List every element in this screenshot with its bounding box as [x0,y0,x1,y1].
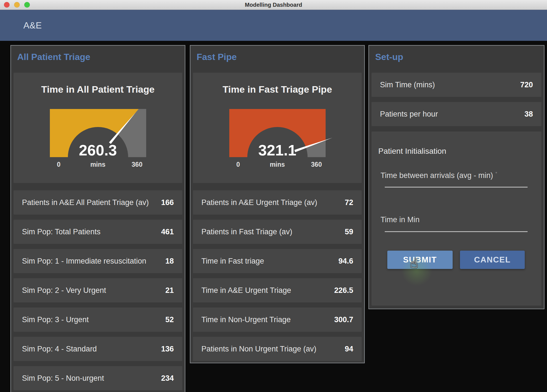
stat-value: 300.7 [334,315,353,324]
stat-label: Patients in A&E All Patient Triage (av) [22,198,149,207]
panel-all-patient-triage: All Patient Triage Time in All Patient T… [10,45,185,392]
app-title: A&E [23,20,42,31]
stat-row: Sim Pop: 3 - Urgent 52 [14,308,182,332]
stat-label: Time in Non-Urgent Triage [201,315,291,324]
stat-row: Sim Pop: 2 - Very Urgent 21 [14,278,182,302]
stat-label: Sim Pop: 4 - Standard [22,345,97,353]
patient-initialisation-section: Patient Initialisation Time between arri… [372,132,541,306]
gauge-card-fast-triage-pipe: Time in Fast Triage Pipe 321.1 0 mins 36… [193,73,362,183]
stat-value: 720 [520,81,533,89]
stat-row: Time in A&E Urgent Triage 226.5 [193,278,362,302]
stat-row: Patients in Fast Triage (av) 59 [193,220,362,244]
stat-row: Sim Pop: 4 - Standard 136 [14,337,182,361]
window-title: Modelling Dashboard [0,0,547,10]
stat-row: Time in Non-Urgent Triage 300.7 [193,308,362,332]
stat-value: 72 [345,198,353,207]
stat-value: 59 [345,228,353,236]
cancel-button[interactable]: CANCEL [460,251,525,269]
stat-label: Sim Pop: 5 - Non-urgent [22,374,104,383]
stat-label: Sim Pop: 1 - Immediate resuscitation [22,257,146,266]
gauge-chart: 321.1 0 mins 360 [229,109,326,157]
stat-value: 52 [165,315,174,324]
stat-value: 166 [161,198,174,207]
panel-title: Fast Pipe [197,52,237,62]
panel-fast-pipe: Fast Pipe Time in Fast Triage Pipe 321.1… [190,45,365,363]
panel-title: Set-up [375,52,403,62]
stat-row: Patients in Non Urgent Triage (av) 94 [193,337,362,361]
stat-value: 136 [161,345,174,353]
stat-row: Sim Pop: Total Patients 461 [14,220,182,244]
panel-title: All Patient Triage [17,52,90,62]
app-header: A&E [0,10,547,41]
stat-label: Patients in Fast Triage (av) [201,228,292,236]
stat-label: Sim Pop: Total Patients [22,228,101,236]
stat-row: Sim Pop: 1 - Immediate resuscitation 18 [14,249,182,273]
stat-value: 38 [524,110,533,119]
stat-label: Sim Pop: 2 - Very Urgent [22,286,106,295]
gauge-chart: 260.3 0 mins 360 [50,109,146,157]
stat-value: 18 [165,257,174,266]
stat-value: 226.5 [334,286,353,295]
stat-label: Sim Pop: 3 - Urgent [22,315,89,324]
required-mark: * [495,171,497,176]
stat-value: 234 [161,374,174,383]
time-in-min-input[interactable] [385,222,528,232]
panel-setup: Set-up Sim Time (mins) 720 Patients per … [368,45,544,309]
stat-value: 461 [161,228,174,236]
stat-value: 21 [165,286,174,295]
setup-row-sim-time[interactable]: Sim Time (mins) 720 [372,73,541,97]
stat-label: Patients in A&E Urgent Triage (av) [201,198,317,207]
setup-row-patients-per-hour[interactable]: Patients per hour 38 [372,102,541,126]
stat-value: 94.6 [338,257,353,266]
titlebar: Modelling Dashboard [0,0,547,10]
stat-row: Patients in A&E Urgent Triage (av) 72 [193,190,362,215]
stat-label: Time in Fast triage [201,257,264,266]
time-between-arrivals-input[interactable] [385,177,528,188]
gauge-title: Time in All Patient Triage [14,84,182,95]
section-label: Patient Initialisation [378,147,446,156]
stat-label: Patients in Non Urgent Triage (av) [201,345,316,353]
stat-label: Time in A&E Urgent Triage [201,286,291,295]
modelling-dashboard-window: { "window": { "title": "Modelling Dashbo… [0,0,547,392]
stat-label: Sim Time (mins) [380,81,435,89]
submit-button[interactable]: SUBMIT [387,251,453,269]
stat-row: Patients in A&E All Patient Triage (av) … [14,190,182,215]
gauge-title: Time in Fast Triage Pipe [193,84,362,95]
stat-row: Time in Fast triage 94.6 [193,249,362,273]
stat-label: Patients per hour [380,110,438,119]
gauge-card-all-patient-triage: Time in All Patient Triage 260.3 0 mins … [14,73,182,183]
stat-row: Sim Pop: 5 - Non-urgent 234 [14,366,182,390]
gauge-max-label: 360 [308,161,326,168]
gauge-max-label: 360 [128,161,146,168]
stat-value: 94 [345,345,353,353]
